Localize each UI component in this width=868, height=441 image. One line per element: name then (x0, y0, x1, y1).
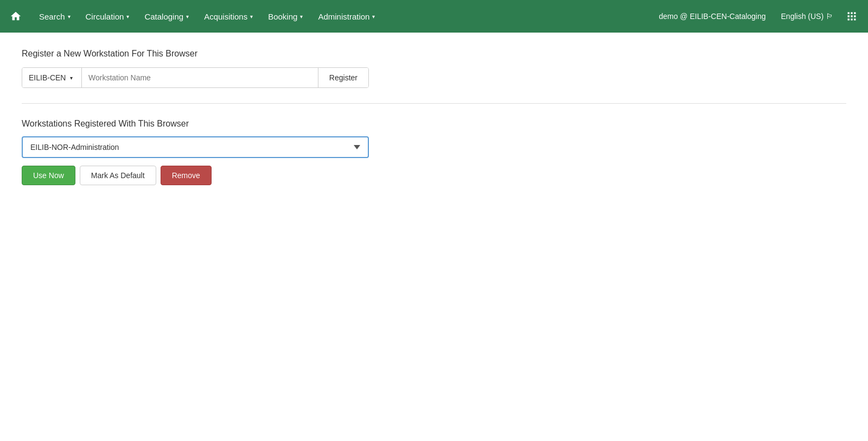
org-value: EILIB-CEN (29, 73, 66, 82)
booking-caret: ▾ (300, 14, 303, 20)
navbar-language[interactable]: English (US) 🏳 (774, 12, 841, 21)
acquisitions-caret: ▾ (250, 14, 253, 20)
registered-section-title: Workstations Registered With This Browse… (22, 119, 846, 129)
register-row: EILIB-CEN ▾ Register (22, 67, 369, 88)
main-content: Register a New Workstation For This Brow… (0, 33, 868, 201)
navbar-user: demo @ EILIB-CEN-Cataloging (651, 12, 773, 21)
nav-circulation[interactable]: Circulation ▾ (78, 0, 137, 33)
nav-cataloging[interactable]: Cataloging ▾ (137, 0, 196, 33)
section-divider (22, 103, 846, 104)
mark-default-button[interactable]: Mark As Default (80, 166, 156, 185)
search-caret: ▾ (68, 14, 71, 20)
nav-acquisitions[interactable]: Acquisitions ▾ (196, 0, 260, 33)
nav-booking[interactable]: Booking ▾ (260, 0, 310, 33)
navbar-right: demo @ EILIB-CEN-Cataloging English (US)… (651, 11, 863, 22)
workstation-select[interactable]: EILIB-NOR-Administration (22, 136, 369, 158)
org-selector[interactable]: EILIB-CEN ▾ (22, 68, 82, 87)
cataloging-caret: ▾ (186, 14, 189, 20)
nav-administration[interactable]: Administration ▾ (310, 0, 382, 33)
navbar: Search ▾ Circulation ▾ Cataloging ▾ Acqu… (0, 0, 868, 33)
action-buttons: Use Now Mark As Default Remove (22, 166, 846, 185)
register-button[interactable]: Register (318, 68, 368, 87)
grid-icon (846, 11, 857, 22)
home-icon (10, 10, 22, 22)
home-button[interactable] (5, 6, 26, 27)
administration-caret: ▾ (372, 14, 375, 20)
use-now-button[interactable]: Use Now (22, 166, 75, 185)
register-section-title: Register a New Workstation For This Brow… (22, 49, 846, 59)
circulation-caret: ▾ (126, 14, 129, 20)
workstation-name-input[interactable] (82, 68, 318, 87)
remove-button[interactable]: Remove (161, 166, 212, 185)
org-caret: ▾ (70, 75, 73, 81)
nav-search[interactable]: Search ▾ (31, 0, 78, 33)
navbar-grid-button[interactable] (841, 11, 863, 22)
navbar-items: Search ▾ Circulation ▾ Cataloging ▾ Acqu… (31, 0, 651, 33)
